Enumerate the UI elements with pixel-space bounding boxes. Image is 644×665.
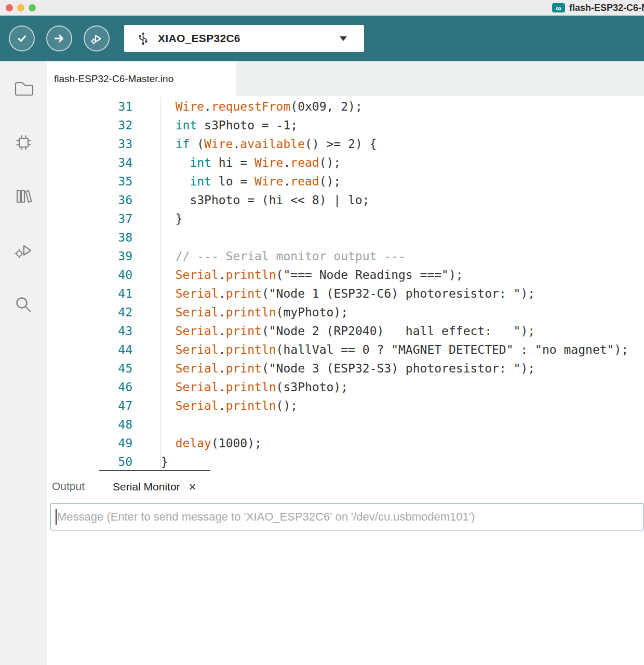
line-number: 32 (47, 116, 132, 135)
line-number: 41 (47, 284, 132, 303)
code-line: 31 Wire.requestFrom(0x09, 2); (47, 97, 644, 116)
editor-tab-bar: flash-ESP32-C6-Master.ino (47, 61, 644, 96)
text-caret (56, 509, 57, 525)
boards-chip-icon (12, 131, 34, 153)
serial-monitor-label: Serial Monitor (113, 481, 180, 493)
arduino-logo-icon: ∞ (552, 3, 565, 12)
code-text: Wire.requestFrom(0x09, 2); (132, 97, 363, 116)
code-line: 34 int hi = Wire.read(); (47, 153, 644, 172)
code-line: 37 } (47, 209, 644, 228)
code-text: Serial.print("Node 3 (ESP32-S3) photores… (132, 359, 535, 378)
close-window-button[interactable] (6, 4, 13, 11)
close-icon[interactable]: ✕ (189, 482, 197, 492)
code-text: int s3Photo = -1; (132, 116, 298, 135)
bottom-panel: Output Serial Monitor ✕ (47, 470, 644, 665)
window-title: flash-ESP32-C6-M (569, 3, 644, 14)
folder-icon (12, 77, 34, 99)
line-number: 49 (47, 434, 132, 453)
editor-column: flash-ESP32-C6-Master.ino 31 Wire.reques… (47, 61, 644, 665)
code-line: 38 (47, 228, 644, 247)
code-lines: 31 Wire.requestFrom(0x09, 2);32 int s3Ph… (47, 97, 644, 470)
chevron-down-icon (340, 36, 347, 41)
code-line: 45 Serial.print("Node 3 (ESP32-S3) photo… (47, 359, 644, 378)
code-line: 41 Serial.print("Node 1 (ESP32-C6) photo… (47, 284, 644, 303)
window-title-group: ∞ flash-ESP32-C6-M (552, 0, 644, 16)
board-selector-label: XIAO_ESP32C6 (158, 32, 240, 45)
code-text: Serial.println(myPhoto); (132, 303, 348, 322)
line-number: 43 (47, 322, 132, 340)
board-selector-dropdown[interactable]: XIAO_ESP32C6 (124, 25, 364, 52)
debug-play-gear-icon (90, 32, 103, 45)
verify-button[interactable] (9, 25, 35, 51)
code-text: Serial.println(hallVal == 0 ? "MAGNET DE… (132, 340, 628, 359)
line-number: 47 (47, 396, 132, 415)
line-number: 33 (47, 135, 132, 153)
line-number: 39 (47, 247, 132, 265)
code-line: 49 delay(1000); (47, 434, 644, 453)
workspace: flash-ESP32-C6-Master.ino 31 Wire.reques… (0, 61, 644, 665)
line-number: 44 (47, 340, 132, 359)
code-text: } (132, 209, 183, 228)
code-line: 42 Serial.println(myPhoto); (47, 303, 644, 322)
tab-filename: flash-ESP32-C6-Master.ino (54, 73, 173, 85)
traffic-lights (0, 4, 36, 11)
code-text: Serial.print("Node 2 (RP2040) hall effec… (132, 322, 535, 340)
line-number: 50 (47, 453, 132, 470)
line-number: 46 (47, 378, 132, 396)
serial-message-input[interactable] (50, 503, 644, 530)
line-number: 38 (47, 228, 132, 247)
activity-sidebar (0, 61, 47, 665)
tab-output[interactable]: Output (47, 470, 92, 502)
line-number: 48 (47, 415, 132, 434)
code-line: 48 (47, 415, 644, 434)
ide-toolbar: XIAO_ESP32C6 (0, 16, 644, 61)
code-line: 50} (47, 453, 644, 470)
line-number: 37 (47, 209, 132, 228)
line-number: 45 (47, 359, 132, 378)
arrow-right-icon (52, 32, 66, 45)
line-number: 40 (47, 265, 132, 284)
code-text (132, 228, 161, 247)
code-line: 47 Serial.println(); (47, 396, 644, 415)
code-text: int lo = Wire.read(); (132, 172, 341, 191)
upload-button[interactable] (46, 25, 72, 51)
line-number: 35 (47, 172, 132, 191)
checkmark-icon (15, 32, 29, 45)
sidebar-item-library-manager[interactable] (12, 185, 35, 208)
zoom-window-button[interactable] (29, 4, 36, 11)
code-text: // --- Serial monitor output --- (132, 247, 406, 265)
debug-button[interactable] (84, 25, 110, 51)
serial-message-row (47, 502, 644, 531)
line-number: 31 (47, 97, 132, 116)
line-number: 42 (47, 303, 132, 322)
code-text: Serial.println(s3Photo); (132, 378, 348, 396)
debug-play-gear-icon (12, 240, 34, 261)
code-editor[interactable]: 31 Wire.requestFrom(0x09, 2);32 int s3Ph… (47, 96, 644, 470)
code-text: s3Photo = (hi << 8) | lo; (132, 191, 370, 209)
panel-tab-bar: Output Serial Monitor ✕ (47, 470, 644, 502)
serial-monitor-output[interactable] (47, 537, 644, 665)
code-text (132, 415, 161, 434)
sidebar-item-search[interactable] (12, 293, 35, 316)
code-line: 36 s3Photo = (hi << 8) | lo; (47, 191, 644, 209)
sidebar-item-sketchbook[interactable] (12, 77, 35, 100)
code-line: 33 if (Wire.available() >= 2) { (47, 135, 644, 153)
code-line: 35 int lo = Wire.read(); (47, 172, 644, 191)
code-text: int hi = Wire.read(); (132, 153, 341, 172)
code-text: Serial.println(); (132, 396, 298, 415)
tab-sketch-file[interactable]: flash-ESP32-C6-Master.ino (47, 61, 236, 96)
tab-serial-monitor[interactable]: Serial Monitor ✕ (99, 470, 210, 502)
sidebar-item-boards-manager[interactable] (12, 131, 35, 154)
code-line: 40 Serial.println("=== Node Readings ===… (47, 265, 644, 284)
macos-titlebar: ∞ flash-ESP32-C6-M (0, 0, 644, 16)
code-line: 32 int s3Photo = -1; (47, 116, 644, 135)
minimize-window-button[interactable] (17, 4, 24, 11)
sidebar-item-debug[interactable] (12, 239, 35, 262)
line-number: 36 (47, 191, 132, 209)
library-books-icon (12, 185, 34, 207)
code-text: } (132, 453, 168, 470)
line-number: 34 (47, 153, 132, 172)
code-line: 39 // --- Serial monitor output --- (47, 247, 644, 265)
search-icon (12, 294, 34, 315)
code-line: 46 Serial.println(s3Photo); (47, 378, 644, 396)
